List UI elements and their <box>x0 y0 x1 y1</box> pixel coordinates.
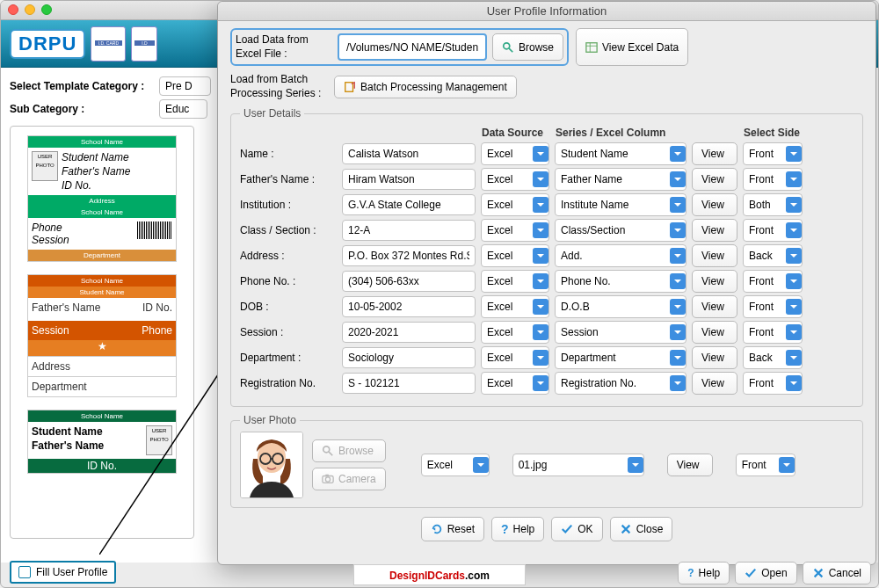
data-source-select[interactable]: Excel <box>481 295 549 318</box>
sub-category-select[interactable]: Educ <box>159 99 207 119</box>
side-select[interactable]: Back <box>743 346 803 369</box>
field-input[interactable] <box>342 169 476 190</box>
view-button[interactable]: View <box>667 454 713 476</box>
maximize-window-icon[interactable] <box>41 4 52 15</box>
detail-row: Institution :ExcelInstitute NameViewBoth <box>240 193 854 216</box>
field-input[interactable] <box>342 194 476 215</box>
minimize-window-icon[interactable] <box>25 4 35 15</box>
svg-point-16 <box>325 477 330 482</box>
x-icon <box>812 567 825 579</box>
photo-side-select[interactable]: Front <box>736 454 795 476</box>
excel-column-select[interactable]: Add. <box>555 244 686 267</box>
side-select[interactable]: Back <box>743 244 803 267</box>
data-source-select[interactable]: Excel <box>481 244 549 267</box>
field-input[interactable] <box>342 143 476 164</box>
photo-camera-button[interactable]: Camera <box>312 468 386 490</box>
template-list[interactable]: School Name USER PHOTO Student Name Fath… <box>10 126 194 539</box>
side-select[interactable]: Front <box>743 372 803 395</box>
template-card[interactable]: School Name Student Name Father's Name U… <box>27 410 177 474</box>
svg-point-13 <box>323 446 330 453</box>
excel-column-select[interactable]: Session <box>555 321 686 344</box>
svg-line-3 <box>509 47 512 51</box>
browse-button[interactable]: Browse <box>492 33 563 61</box>
main-window: Design using Pre-defined Template DRPU I… <box>0 0 879 588</box>
excel-path-input[interactable] <box>338 33 487 61</box>
template-card[interactable]: School Name Student Name Father's Name I… <box>27 274 177 397</box>
field-label: Institution : <box>240 199 337 211</box>
brand-footer: DesignIDCards.com <box>353 564 526 585</box>
id-card-icon: I.D. CARD <box>91 26 126 62</box>
field-label: Class / Section : <box>240 224 337 236</box>
open-button[interactable]: Open <box>735 562 796 584</box>
view-button[interactable]: View <box>692 295 737 318</box>
template-category-select[interactable]: Pre D <box>159 76 211 96</box>
close-window-icon[interactable] <box>8 4 18 15</box>
excel-column-select[interactable]: Student Name <box>555 142 686 165</box>
field-input[interactable] <box>342 373 476 394</box>
field-label: Registration No. <box>240 377 337 389</box>
excel-column-select[interactable]: Class/Section <box>555 219 686 242</box>
side-select[interactable]: Front <box>743 270 803 293</box>
excel-column-select[interactable]: Institute Name <box>555 193 686 216</box>
side-select[interactable]: Front <box>743 219 803 242</box>
data-source-select[interactable]: Excel <box>481 142 549 165</box>
cancel-button[interactable]: Cancel <box>803 562 871 584</box>
field-input[interactable] <box>342 296 476 317</box>
template-card[interactable]: School Name USER PHOTO Student Name Fath… <box>27 135 177 262</box>
side-select[interactable]: Front <box>743 295 803 318</box>
help-button[interactable]: ? Help <box>678 562 730 584</box>
user-photo-icon: USER PHOTO <box>32 151 58 181</box>
id-card-icon: I.D <box>131 26 157 62</box>
fill-user-profile-button[interactable]: Fill User Profile <box>10 561 116 584</box>
field-input[interactable] <box>342 347 476 368</box>
view-button[interactable]: View <box>692 219 737 242</box>
view-button[interactable]: View <box>692 142 737 165</box>
view-button[interactable]: View <box>692 244 737 267</box>
data-source-select[interactable]: Excel <box>481 346 549 369</box>
side-select[interactable]: Front <box>743 142 803 165</box>
view-button[interactable]: View <box>692 372 737 395</box>
side-select[interactable]: Both <box>743 193 803 216</box>
view-button[interactable]: View <box>692 321 737 344</box>
photo-browse-button[interactable]: Browse <box>312 439 386 462</box>
refresh-icon <box>431 523 443 535</box>
view-button[interactable]: View <box>692 168 737 191</box>
help-button[interactable]: ? Help <box>491 517 544 541</box>
window-controls <box>8 4 52 15</box>
detail-row: Department :ExcelDepartmentViewBack <box>240 346 854 369</box>
data-source-select[interactable]: Excel <box>481 372 549 395</box>
view-button[interactable]: View <box>692 270 737 293</box>
question-icon: ? <box>501 522 509 536</box>
excel-column-select[interactable]: Registration No. <box>555 372 686 395</box>
detail-row: Phone No. :ExcelPhone No.ViewFront <box>240 270 854 293</box>
barcode-icon <box>137 221 172 239</box>
photo-column-select[interactable]: 01.jpg <box>512 454 644 476</box>
view-excel-button[interactable]: View Excel Data <box>576 28 688 66</box>
data-source-select[interactable]: Excel <box>481 321 549 344</box>
excel-column-select[interactable]: Phone No. <box>555 270 686 293</box>
field-input[interactable] <box>342 245 476 266</box>
camera-icon <box>322 473 334 485</box>
data-source-select[interactable]: Excel <box>481 270 549 293</box>
side-select[interactable]: Front <box>743 321 803 344</box>
close-button[interactable]: Close <box>610 517 673 541</box>
view-button[interactable]: View <box>692 346 737 369</box>
data-source-select[interactable]: Excel <box>481 219 549 242</box>
field-input[interactable] <box>342 220 476 241</box>
reset-button[interactable]: Reset <box>421 517 484 541</box>
field-label: Father's Name : <box>240 173 337 185</box>
field-label: Session : <box>240 326 337 338</box>
batch-processing-button[interactable]: Batch Processing Management <box>334 76 517 98</box>
excel-column-select[interactable]: Father Name <box>555 168 686 191</box>
photo-source-select[interactable]: Excel <box>421 454 490 476</box>
excel-column-select[interactable]: D.O.B <box>555 295 686 318</box>
detail-row: DOB :ExcelD.O.BViewFront <box>240 295 854 318</box>
excel-column-select[interactable]: Department <box>555 346 686 369</box>
ok-button[interactable]: OK <box>551 517 602 541</box>
field-input[interactable] <box>342 322 476 343</box>
field-input[interactable] <box>342 271 476 292</box>
data-source-select[interactable]: Excel <box>481 168 549 191</box>
data-source-select[interactable]: Excel <box>481 193 549 216</box>
side-select[interactable]: Front <box>743 168 803 191</box>
view-button[interactable]: View <box>692 193 737 216</box>
